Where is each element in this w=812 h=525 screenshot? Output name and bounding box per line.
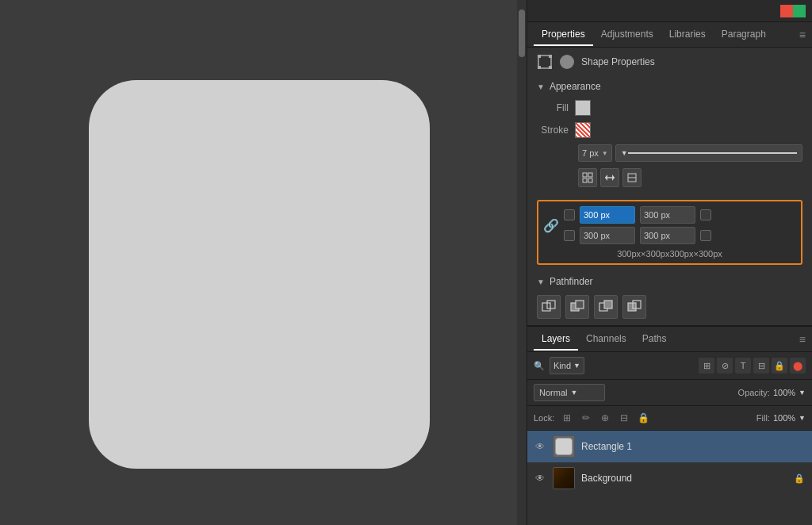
pathfinder-btn-3[interactable]: [594, 295, 618, 319]
shape-props-row: Shape Properties: [527, 48, 812, 76]
svg-rect-20: [628, 303, 636, 311]
align-icon-3: [626, 172, 638, 183]
lock-icon-move[interactable]: ⊕: [597, 410, 613, 426]
eye-icon-bg[interactable]: 👁: [534, 472, 546, 485]
stroke-swatch[interactable]: [575, 122, 591, 138]
tab-libraries[interactable]: Libraries: [661, 24, 714, 46]
filter-icon-active[interactable]: ⬤: [790, 358, 806, 374]
svg-rect-19: [604, 301, 612, 308]
filter-row: 🔍 Kind ▼ ⊞ ⊘ T ⊟ 🔒 ⬤: [527, 352, 812, 380]
layers-menu-icon[interactable]: ≡: [799, 333, 806, 346]
dim-input-width[interactable]: [580, 206, 635, 224]
pathfinder-label: Pathfinder: [550, 276, 593, 287]
layer-item-rectangle1[interactable]: 👁 Rectangle 1: [527, 431, 812, 462]
filter-icon-group: ⊞ ⊘ T ⊟ 🔒 ⬤: [699, 358, 806, 374]
pathfinder-header[interactable]: ▼ Pathfinder: [527, 271, 812, 292]
kind-filter-select[interactable]: Kind ▼: [550, 357, 584, 374]
blend-mode-select[interactable]: Normal ▼: [534, 384, 605, 401]
filter-icon-shape[interactable]: ⊟: [753, 358, 769, 374]
canvas-content: [65, 40, 462, 485]
kind-label: Kind: [553, 361, 571, 370]
filter-icon-pixel[interactable]: ⊞: [699, 358, 714, 374]
pathfinder-chevron: ▼: [537, 278, 545, 286]
fill-label: Fill: [537, 102, 569, 113]
appearance-chevron: ▼: [537, 82, 545, 91]
fill-row: Fill: [537, 97, 802, 119]
blend-caret: ▼: [570, 389, 577, 397]
link-icon[interactable]: 🔗: [543, 208, 559, 243]
opacity-group: Opacity: 100% ▼: [738, 388, 806, 397]
transform-icon-svg: [538, 55, 552, 69]
rectangle-shape: [89, 80, 430, 469]
dim-input-x[interactable]: [580, 227, 635, 244]
opacity-label: Opacity:: [738, 388, 770, 397]
circle-shape-icon: [560, 55, 574, 69]
tab-adjustments[interactable]: Adjustments: [593, 24, 661, 46]
tab-channels[interactable]: Channels: [578, 328, 634, 351]
filter-icon-adjust[interactable]: ⊘: [717, 358, 733, 374]
fill-caret: ▼: [799, 414, 806, 422]
layer-lock-icon[interactable]: 🔒: [793, 472, 806, 485]
transform-btn-3[interactable]: [622, 168, 642, 187]
pathfinder-btn-4[interactable]: [622, 295, 646, 319]
canvas-area: [0, 0, 527, 525]
lock-icon-pixels[interactable]: ⊞: [559, 410, 575, 426]
pathfinder-btn-2[interactable]: [565, 295, 589, 319]
opacity-caret: ▼: [799, 389, 806, 397]
svg-rect-17: [576, 301, 584, 308]
stroke-size-caret: ▼: [602, 150, 608, 157]
svg-rect-8: [588, 178, 592, 182]
stroke-options-row: 7 px ▼ ▼: [578, 141, 802, 165]
fill-label: Fill:: [756, 413, 770, 423]
svg-rect-15: [547, 301, 555, 308]
dim-input-y[interactable]: [640, 227, 695, 244]
transform-row: [537, 165, 802, 190]
layer-item-background[interactable]: 👁 Background 🔒: [527, 462, 812, 494]
pathfinder-btn-1[interactable]: [537, 295, 561, 319]
properties-menu-icon[interactable]: ≡: [799, 29, 806, 41]
layer-thumb-bg: [553, 467, 575, 489]
dim-row-1: 🔗: [543, 206, 796, 244]
svg-rect-2: [549, 55, 552, 58]
layers-tabs-row: Layers Channels Paths ≡: [527, 327, 812, 352]
svg-rect-6: [588, 173, 592, 177]
layer-name-bg: Background: [581, 473, 787, 484]
svg-marker-11: [612, 174, 615, 181]
dim-cols: [564, 206, 796, 244]
appearance-header[interactable]: ▼ Appearance: [527, 76, 812, 97]
appearance-label: Appearance: [550, 81, 601, 92]
lock-icon-artboard[interactable]: ⊟: [616, 410, 632, 426]
lock-icon-all[interactable]: 🔒: [635, 410, 651, 426]
properties-panel: Properties Adjustments Libraries Paragra…: [527, 22, 812, 326]
stroke-size-select[interactable]: 7 px ▼: [578, 144, 612, 162]
filter-icon-type[interactable]: T: [735, 358, 751, 374]
lock-row: Lock: ⊞ ✏ ⊕ ⊟ 🔒 Fill: 100% ▼: [527, 406, 812, 431]
opacity-value: 100%: [773, 388, 795, 397]
transform-btn-2[interactable]: [600, 168, 619, 187]
shape-properties-label: Shape Properties: [581, 56, 655, 67]
filter-icon-smart[interactable]: 🔒: [772, 358, 787, 374]
scrollbar-thumb[interactable]: [519, 10, 525, 57]
dim-input-height[interactable]: [640, 206, 695, 224]
line-preview-caret: ▼: [621, 149, 628, 157]
dim-checkbox-tr[interactable]: [700, 209, 711, 220]
tab-paragraph[interactable]: Paragraph: [714, 24, 774, 46]
dim-checkbox-br[interactable]: [700, 230, 711, 241]
transform-btn-1[interactable]: [578, 168, 597, 187]
layer-thumb-bg-image: [553, 467, 574, 489]
color-swatch-red: [780, 5, 793, 17]
tab-layers[interactable]: Layers: [534, 328, 578, 351]
canvas-scrollbar[interactable]: [517, 0, 527, 525]
tab-paths[interactable]: Paths: [634, 328, 675, 351]
stroke-line-preview[interactable]: ▼: [615, 144, 802, 162]
eye-icon-rect1[interactable]: 👁: [534, 440, 546, 453]
lock-icon-edit[interactable]: ✏: [578, 410, 594, 426]
dim-checkbox-bl[interactable]: [564, 230, 575, 241]
top-color-bar: [527, 0, 812, 22]
properties-tabs-row: Properties Adjustments Libraries Paragra…: [527, 22, 812, 48]
dim-checkbox-tl[interactable]: [564, 209, 575, 220]
fill-swatch[interactable]: [575, 100, 591, 116]
color-swatch-green: [793, 5, 806, 17]
tab-properties[interactable]: Properties: [534, 24, 593, 46]
pathfinder-section: [527, 295, 812, 325]
